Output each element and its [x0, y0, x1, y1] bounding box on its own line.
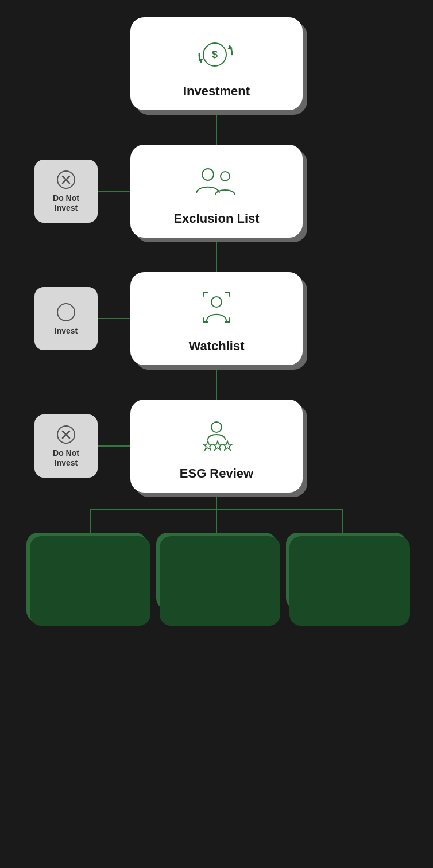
investment-icon: $	[196, 34, 237, 77]
connector-line-3	[216, 365, 217, 400]
investment-card-wrapper: $ Investment	[130, 17, 303, 110]
x-icon-1	[56, 169, 76, 190]
x-icon-2	[56, 424, 76, 445]
esg-row: Do NotInvest ESG	[0, 400, 433, 493]
stop-investing-wrapper: Stop Investing Temporarily	[26, 533, 147, 622]
connector-line-2	[216, 238, 217, 272]
esg-card-wrapper: ESG Review	[130, 400, 303, 493]
watchlist-icon	[196, 289, 237, 332]
observe-wrapper: Observe	[286, 533, 407, 622]
svg-marker-3	[198, 59, 203, 62]
watchlist-card-wrapper: Watchlist	[130, 272, 303, 365]
underweight-wrapper: Underweight	[156, 533, 277, 622]
circle-icon	[56, 302, 76, 323]
svg-point-10	[211, 297, 222, 307]
do-not-invest-badge-1: Do NotInvest	[34, 160, 98, 223]
esg-review-label: ESG Review	[180, 466, 253, 481]
watchlist-card: Watchlist	[130, 272, 303, 365]
svg-point-9	[57, 304, 75, 321]
investment-card: $ Investment	[130, 17, 303, 110]
svg-point-14	[211, 422, 222, 432]
esg-review-card: ESG Review	[130, 400, 303, 493]
flow-diagram: $ Investment	[0, 11, 433, 622]
invest-badge: Invest	[34, 287, 98, 350]
exclusion-list-label: Exclusion List	[173, 211, 259, 226]
svg-marker-17	[223, 441, 232, 450]
branch-connector	[27, 493, 406, 533]
do-not-invest-label-1: Do NotInvest	[53, 193, 79, 213]
svg-marker-16	[213, 441, 222, 450]
invest-label: Invest	[55, 326, 78, 336]
exclusion-list-card: Exclusion List	[130, 145, 303, 238]
svg-marker-2	[227, 46, 233, 49]
bottom-cards-row: Stop Investing Temporarily	[0, 533, 433, 622]
svg-point-8	[221, 172, 230, 181]
branch-section: Stop Investing Temporarily	[0, 493, 433, 622]
watchlist-label: Watchlist	[189, 339, 245, 354]
svg-point-7	[202, 169, 214, 180]
do-not-invest-badge-2: Do NotInvest	[34, 414, 98, 478]
svg-text:$: $	[212, 49, 218, 60]
esg-review-icon	[196, 417, 237, 459]
exclusion-list-icon	[194, 162, 239, 204]
connector-line-1	[216, 110, 217, 145]
watchlist-row: Invest	[0, 272, 433, 365]
exclusion-row: Do NotInvest Exclusion List	[0, 145, 433, 238]
svg-marker-15	[203, 441, 212, 450]
investment-label: Investment	[183, 84, 250, 99]
exclusion-card-wrapper: Exclusion List	[130, 145, 303, 238]
do-not-invest-label-2: Do NotInvest	[53, 448, 79, 468]
